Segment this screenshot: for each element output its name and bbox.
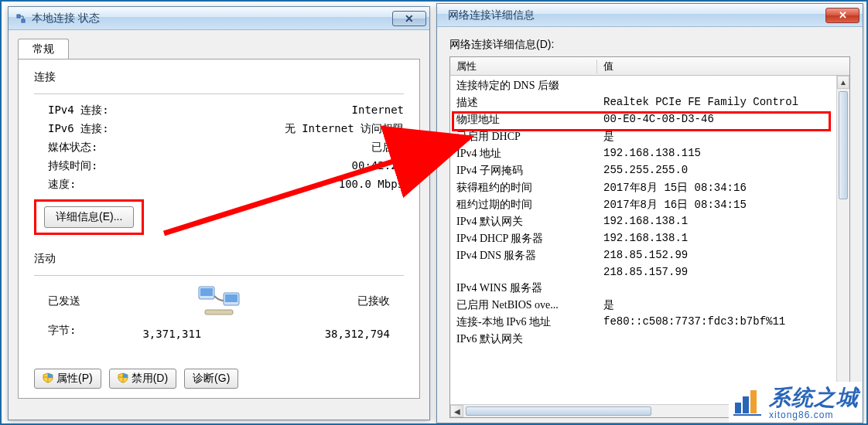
recv-label: 已接收 bbox=[357, 294, 390, 308]
cell-property: 获得租约的时间 bbox=[450, 181, 597, 195]
svg-rect-9 bbox=[743, 396, 749, 413]
svg-rect-10 bbox=[750, 390, 757, 413]
section-activity: 活动 bbox=[34, 252, 404, 266]
cell-property: IPv4 WINS 服务器 bbox=[450, 281, 597, 295]
cell-value: 是 bbox=[597, 298, 849, 312]
watermark-logo-icon bbox=[732, 386, 763, 419]
cell-value: 00-E0-4C-08-D3-46 bbox=[597, 113, 849, 127]
table-row[interactable]: 租约过期的时间2017年8月 16日 08:34:15 bbox=[450, 196, 849, 213]
kv-speed: 速度:100.0 Mbps bbox=[48, 178, 404, 192]
shield-icon bbox=[43, 372, 53, 386]
shield-icon bbox=[118, 372, 128, 386]
close-icon[interactable]: ✕ bbox=[825, 8, 859, 23]
cell-property: 连接特定的 DNS 后缀 bbox=[450, 79, 597, 93]
kv-media: 媒体状态:已启用 bbox=[48, 141, 404, 155]
cell-value: 255.255.255.0 bbox=[597, 164, 849, 178]
cell-value: 218.85.152.99 bbox=[597, 249, 849, 263]
section-connection: 连接 bbox=[34, 70, 404, 84]
cell-property: IPv4 地址 bbox=[450, 147, 597, 161]
table-row[interactable]: 连接-本地 IPv6 地址fe80::c508:7737:fdc3:b7bf%1… bbox=[450, 314, 849, 331]
table-row[interactable]: IPv4 WINS 服务器 bbox=[450, 280, 849, 297]
kv-ipv6: IPv6 连接:无 Internet 访问权限 bbox=[48, 122, 404, 136]
kv-duration: 持续时间:00:42:27 bbox=[48, 159, 404, 173]
table-row[interactable]: IPv4 DNS 服务器218.85.152.99 bbox=[450, 247, 849, 264]
table-row[interactable]: 连接特定的 DNS 后缀 bbox=[450, 77, 849, 94]
cell-value bbox=[597, 332, 849, 346]
cell-property: IPv4 DNS 服务器 bbox=[450, 249, 597, 263]
cell-value: 2017年8月 15日 08:34:16 bbox=[597, 181, 849, 195]
table-row[interactable]: IPv4 DHCP 服务器192.168.138.1 bbox=[450, 230, 849, 247]
network-animation-icon bbox=[197, 285, 241, 318]
listview-header[interactable]: 属性 值 bbox=[450, 57, 849, 76]
column-property[interactable]: 属性 bbox=[450, 60, 597, 73]
svg-rect-1 bbox=[22, 19, 25, 22]
status-window: 本地连接 状态 ✕ 常规 连接 IPv4 连接:Internet IPv6 连接… bbox=[8, 6, 430, 420]
cell-property: 连接-本地 IPv6 地址 bbox=[450, 315, 597, 329]
recv-value: 38,312,794 bbox=[297, 328, 390, 340]
svg-rect-3 bbox=[200, 288, 213, 296]
cell-value: Realtek PCIe FE Family Control bbox=[597, 96, 849, 110]
sent-value: 3,371,311 bbox=[108, 328, 201, 340]
cell-value: fe80::c508:7737:fdc3:b7bf%11 bbox=[597, 315, 849, 329]
scroll-up-icon[interactable]: ▲ bbox=[837, 76, 849, 89]
cell-property: 已启用 DHCP bbox=[450, 130, 597, 144]
svg-rect-0 bbox=[17, 15, 20, 18]
diagnose-button[interactable]: 诊断(G) bbox=[184, 369, 238, 389]
status-titlebar[interactable]: 本地连接 状态 ✕ bbox=[9, 7, 429, 30]
watermark-text-cn: 系统之城 bbox=[769, 386, 859, 410]
details-title: 网络连接详细信息 bbox=[443, 8, 825, 22]
table-row[interactable]: IPv4 默认网关192.168.138.1 bbox=[450, 213, 849, 230]
properties-button[interactable]: 属性(P) bbox=[34, 369, 101, 389]
scroll-thumb-h[interactable] bbox=[466, 406, 651, 416]
cell-property: 物理地址 bbox=[450, 113, 597, 127]
cell-value: 218.85.157.99 bbox=[597, 266, 849, 278]
table-row[interactable]: IPv6 默认网关 bbox=[450, 331, 849, 348]
details-window: 网络连接详细信息 ✕ 网络连接详细信息(D): 属性 值 连接特定的 DNS 后… bbox=[436, 3, 863, 423]
cell-property: IPv4 DHCP 服务器 bbox=[450, 232, 597, 246]
table-row[interactable]: IPv4 子网掩码255.255.255.0 bbox=[450, 162, 849, 179]
cell-property: IPv4 默认网关 bbox=[450, 215, 597, 229]
cell-value: 2017年8月 16日 08:34:15 bbox=[597, 198, 849, 212]
svg-rect-5 bbox=[225, 294, 238, 302]
scroll-left-icon[interactable]: ◀ bbox=[450, 405, 463, 417]
table-row[interactable]: 已启用 DHCP是 bbox=[450, 128, 849, 145]
cell-property bbox=[450, 266, 597, 278]
table-row[interactable]: 获得租约的时间2017年8月 15日 08:34:16 bbox=[450, 179, 849, 196]
cell-value bbox=[597, 79, 849, 93]
cell-property: 已启用 NetBIOS ove... bbox=[450, 298, 597, 312]
svg-rect-8 bbox=[735, 403, 741, 413]
cell-property: IPv4 子网掩码 bbox=[450, 164, 597, 178]
watermark-text-en: xitong86.com bbox=[769, 410, 859, 420]
scroll-thumb-v[interactable] bbox=[839, 91, 848, 199]
close-icon[interactable]: ✕ bbox=[392, 11, 426, 26]
cell-property: 租约过期的时间 bbox=[450, 198, 597, 212]
status-title: 本地连接 状态 bbox=[32, 12, 392, 26]
cell-value: 192.168.138.1 bbox=[597, 232, 849, 246]
table-row[interactable]: 描述Realtek PCIe FE Family Control bbox=[450, 94, 849, 111]
details-listview[interactable]: 属性 值 连接特定的 DNS 后缀描述Realtek PCIe FE Famil… bbox=[449, 56, 850, 418]
table-row[interactable]: 已启用 NetBIOS ove...是 bbox=[450, 297, 849, 314]
kv-ipv4: IPv4 连接:Internet bbox=[48, 104, 404, 117]
table-row[interactable]: IPv4 地址192.168.138.115 bbox=[450, 145, 849, 162]
cell-property: IPv6 默认网关 bbox=[450, 332, 597, 346]
tab-general[interactable]: 常规 bbox=[18, 39, 69, 60]
bytes-label: 字节: bbox=[48, 324, 76, 338]
column-value[interactable]: 值 bbox=[597, 60, 849, 73]
disable-button[interactable]: 禁用(D) bbox=[109, 369, 176, 389]
cell-value: 192.168.138.115 bbox=[597, 147, 849, 161]
watermark: 系统之城 xitong86.com bbox=[729, 382, 862, 422]
cell-value bbox=[597, 281, 849, 295]
table-row[interactable]: 218.85.157.99 bbox=[450, 264, 849, 280]
cell-value: 192.168.138.1 bbox=[597, 215, 849, 229]
details-titlebar[interactable]: 网络连接详细信息 ✕ bbox=[437, 4, 863, 27]
details-button[interactable]: 详细信息(E)... bbox=[44, 206, 134, 228]
tab-control: 常规 连接 IPv4 连接:Internet IPv6 连接:无 Interne… bbox=[18, 38, 420, 399]
details-highlight: 详细信息(E)... bbox=[34, 199, 144, 235]
cell-value: 是 bbox=[597, 130, 849, 144]
vertical-scrollbar[interactable]: ▲ ▼ bbox=[836, 76, 849, 404]
network-icon bbox=[15, 12, 27, 25]
sent-label: 已发送 bbox=[48, 294, 80, 308]
cell-property: 描述 bbox=[450, 96, 597, 110]
svg-rect-6 bbox=[205, 310, 233, 314]
table-row[interactable]: 物理地址00-E0-4C-08-D3-46 bbox=[450, 111, 849, 128]
